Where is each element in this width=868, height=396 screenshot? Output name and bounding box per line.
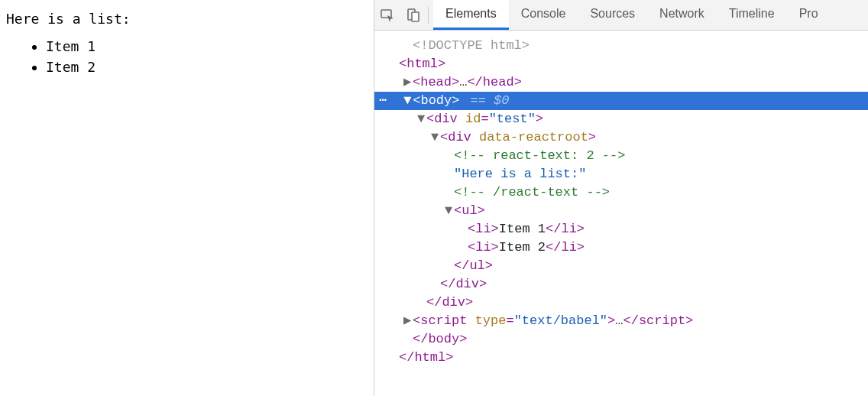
dom-tree-line[interactable]: ⋯▼<body>== $0	[374, 92, 868, 110]
dom-tree-line[interactable]: ▼</body>	[374, 330, 868, 349]
dom-tree-line[interactable]: ▼"Here is a list:"	[374, 165, 868, 183]
tab-truncated[interactable]: Pro	[787, 0, 831, 30]
disclosure-down-icon[interactable]: ▼	[429, 128, 440, 147]
tab-sources[interactable]: Sources	[578, 0, 647, 30]
dom-tree-line[interactable]: ▼<li>Item 2</li>	[374, 239, 868, 257]
page-list: Item 1 Item 2	[6, 36, 368, 77]
tab-network[interactable]: Network	[647, 0, 717, 30]
devtools-toolbar: Elements Console Sources Network Timelin…	[374, 0, 868, 31]
dom-tree-line[interactable]: ▶<head>…</head>	[374, 73, 868, 92]
dom-tree-line[interactable]: ▶<script type="text/babel">…</script>	[374, 312, 868, 330]
selection-indicator: == $0	[470, 92, 509, 110]
dom-tree-line[interactable]: ▼<html>	[374, 55, 868, 73]
disclosure-down-icon[interactable]: ▼	[402, 92, 413, 110]
disclosure-right-icon[interactable]: ▶	[402, 73, 413, 92]
dom-tree-line[interactable]: ▼<!-- /react-text -->	[374, 183, 868, 202]
tab-elements[interactable]: Elements	[433, 0, 509, 30]
dom-tree-line[interactable]: ▼</ul>	[374, 257, 868, 275]
devtools-pane: Elements Console Sources Network Timelin…	[374, 0, 868, 396]
disclosure-down-icon[interactable]: ▼	[443, 202, 454, 220]
dom-tree-line[interactable]: ▼</div>	[374, 294, 868, 312]
tab-console[interactable]: Console	[509, 0, 578, 30]
dom-tree-line[interactable]: ▼<!-- react-text: 2 -->	[374, 147, 868, 165]
dom-tree-line[interactable]: ▼<div id="test">	[374, 110, 868, 128]
dom-tree-line[interactable]: ▼</div>	[374, 275, 868, 294]
dom-tree-line[interactable]: ▼<!DOCTYPE html>	[374, 37, 868, 55]
more-actions-icon[interactable]: ⋯	[379, 92, 388, 110]
page-heading: Here is a list:	[6, 11, 368, 27]
disclosure-right-icon[interactable]: ▶	[402, 312, 413, 330]
svg-rect-2	[412, 12, 419, 21]
list-item: Item 2	[46, 57, 368, 77]
device-toggle-icon[interactable]	[400, 8, 426, 23]
svg-rect-0	[381, 10, 391, 18]
list-item: Item 1	[46, 36, 368, 57]
rendered-page-pane: Here is a list: Item 1 Item 2	[0, 0, 374, 396]
disclosure-down-icon[interactable]: ▼	[416, 110, 426, 128]
tab-timeline[interactable]: Timeline	[717, 0, 787, 30]
dom-tree[interactable]: ▼<!DOCTYPE html>▼<html>▶<head>…</head>⋯▼…	[374, 31, 868, 396]
dom-tree-line[interactable]: ▼<div data-reactroot>	[374, 128, 868, 147]
dom-tree-line[interactable]: ▼</html>	[374, 349, 868, 367]
inspect-icon[interactable]	[374, 8, 400, 23]
dom-tree-line[interactable]: ▼<ul>	[374, 202, 868, 220]
dom-tree-line[interactable]: ▼<li>Item 1</li>	[374, 220, 868, 239]
toolbar-separator	[428, 7, 429, 24]
